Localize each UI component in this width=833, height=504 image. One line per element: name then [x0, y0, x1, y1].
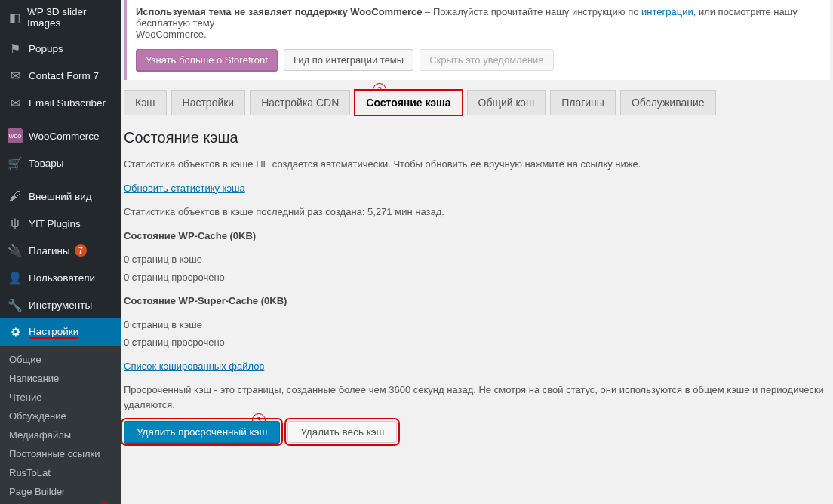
- woocommerce-notice: Используемая тема не заявляет поддержку …: [124, 0, 830, 80]
- update-stats-link[interactable]: Обновить статистику кэша: [124, 183, 245, 194]
- tab-cache-state[interactable]: Состояние кэша: [355, 90, 462, 115]
- super-cache-pages: 0 страниц в кэше: [124, 318, 830, 333]
- envelope-icon: ✉: [8, 95, 23, 110]
- submenu-general[interactable]: Общие: [0, 350, 121, 369]
- tab-maintenance[interactable]: Обслуживание: [620, 90, 716, 115]
- cache-content: Состояние кэша Статистика объектов в кэш…: [124, 115, 830, 443]
- notice-buttons: Узнать больше о Storefront Гид по интегр…: [136, 49, 821, 71]
- tab-cache[interactable]: Кэш: [124, 90, 167, 115]
- sidebar-item-label: Товары: [29, 158, 63, 169]
- action-buttons: Удалить просроченный кэш Удалить весь кэ…: [124, 421, 830, 443]
- submenu-writing[interactable]: Написание: [0, 369, 121, 388]
- tab-plugins[interactable]: Плагины: [550, 90, 616, 115]
- sidebar-item-products[interactable]: 🛒 Товары: [0, 149, 121, 177]
- stats-age-text: Статистика объектов в кэше последний раз…: [124, 204, 830, 220]
- sidebar-item-settings[interactable]: Настройки: [0, 318, 121, 346]
- submenu-wpsupercache[interactable]: WP Super Cache 1: [0, 501, 121, 504]
- flag-icon: ⚑: [8, 41, 23, 56]
- submenu-permalinks[interactable]: Постоянные ссылки: [0, 444, 121, 463]
- submenu-reading[interactable]: Чтение: [0, 388, 121, 407]
- submenu-media[interactable]: Медиафайлы: [0, 426, 121, 444]
- main-content: Используемая тема не заявляет поддержку …: [121, 0, 833, 504]
- sidebar-item-yit[interactable]: ψ YIT Plugins: [0, 210, 121, 237]
- page-heading: Состояние кэша: [124, 129, 830, 146]
- sidebar-item-contactform[interactable]: ✉ Contact Form 7: [0, 62, 121, 89]
- stats-info-text: Статистика объектов в кэше НЕ создается …: [124, 157, 830, 172]
- tab-settings[interactable]: Настройки: [171, 90, 246, 115]
- sidebar-item-label: Плагины: [29, 245, 70, 257]
- delete-all-cache-button[interactable]: Удалить весь кэш: [287, 421, 397, 443]
- wp-cache-expired: 0 страниц просрочено: [124, 270, 830, 285]
- sidebar-item-woocommerce[interactable]: woo WooCommerce: [0, 122, 121, 149]
- plugins-count-badge: 7: [75, 244, 87, 257]
- submenu-rustolat[interactable]: RusToLat: [0, 463, 121, 482]
- wrench-icon: 🔧: [8, 297, 23, 312]
- sidebar-item-appearance[interactable]: 🖌 Внешний вид: [0, 183, 121, 210]
- cached-files-list-link[interactable]: Список кэшированных файлов: [124, 361, 264, 372]
- storefront-button[interactable]: Узнать больше о Storefront: [136, 49, 278, 71]
- notice-line2: WooCommerce.: [136, 29, 207, 40]
- settings-submenu: Общие Написание Чтение Обсуждение Медиаф…: [0, 346, 121, 504]
- sidebar-item-label: WooCommerce: [29, 131, 100, 142]
- wp-super-cache-state-heading: Состояние WP-Super-Cache (0KB): [124, 295, 287, 306]
- expired-cache-info: Просроченный кэш - это страницы, созданн…: [124, 383, 830, 412]
- tab-shared-cache[interactable]: Общий кэш: [467, 90, 546, 115]
- tab-cdn[interactable]: Настройка CDN: [250, 90, 350, 115]
- sidebar-item-label: YIT Plugins: [29, 218, 81, 229]
- sidebar-item-label: Popups: [29, 43, 63, 54]
- sidebar-item-popups[interactable]: ⚑ Popups: [0, 35, 121, 62]
- wp-cache-pages: 0 страниц в кэше: [124, 252, 830, 267]
- sidebar-item-emailsub[interactable]: ✉ Email Subscriber: [0, 89, 121, 116]
- wp-cache-state-heading: Состояние WP-Cache (0KB): [124, 230, 256, 241]
- yit-icon: ψ: [8, 216, 23, 231]
- delete-expired-cache-button[interactable]: Удалить просроченный кэш: [124, 421, 280, 443]
- sidebar-item-plugins[interactable]: 🔌 Плагины 7: [0, 237, 121, 264]
- slider-icon: ◧: [8, 10, 21, 25]
- notice-text: – Пожалуйста прочитайте нашу инструкцию …: [422, 6, 641, 17]
- brush-icon: 🖌: [8, 189, 23, 204]
- woo-icon: woo: [8, 128, 23, 143]
- cache-tabs: Кэш Настройки Настройка CDN Состояние кэ…: [124, 89, 830, 115]
- super-cache-expired: 0 страниц просрочено: [124, 335, 830, 350]
- admin-sidebar: ◧ WP 3D slider Images ⚑ Popups ✉ Contact…: [0, 0, 121, 504]
- sidebar-item-label: Пользователи: [29, 272, 95, 284]
- dismiss-notice-button[interactable]: Скрыть это уведомление: [420, 49, 553, 71]
- sidebar-item-users[interactable]: 👤 Пользователи: [0, 264, 121, 291]
- sidebar-item-label: Инструменты: [29, 300, 92, 311]
- sidebar-item-wp3d[interactable]: ◧ WP 3D slider Images: [0, 0, 121, 35]
- submenu-discussion[interactable]: Обсуждение: [0, 407, 121, 426]
- notice-strong: Используемая тема не заявляет поддержку …: [136, 6, 422, 17]
- user-icon: 👤: [8, 270, 23, 285]
- sidebar-item-label: Email Subscriber: [29, 97, 106, 109]
- sidebar-item-label: Внешний вид: [29, 191, 92, 202]
- sidebar-item-label: WP 3D slider Images: [27, 6, 113, 29]
- sidebar-item-label: Настройки: [29, 326, 78, 339]
- integration-link[interactable]: интеграции: [641, 6, 693, 17]
- sidebar-item-label: Contact Form 7: [29, 70, 99, 81]
- plug-icon: 🔌: [8, 243, 23, 258]
- gear-icon: [8, 324, 23, 340]
- current-arrow-icon: [115, 326, 121, 338]
- submenu-pagebuilder[interactable]: Page Builder: [0, 482, 121, 501]
- integration-guide-button[interactable]: Гид по интеграции темы: [284, 49, 413, 71]
- notice-message: Используемая тема не заявляет поддержку …: [136, 0, 821, 46]
- sidebar-item-tools[interactable]: 🔧 Инструменты: [0, 291, 121, 318]
- envelope-icon: ✉: [8, 68, 23, 83]
- cart-icon: 🛒: [8, 155, 23, 171]
